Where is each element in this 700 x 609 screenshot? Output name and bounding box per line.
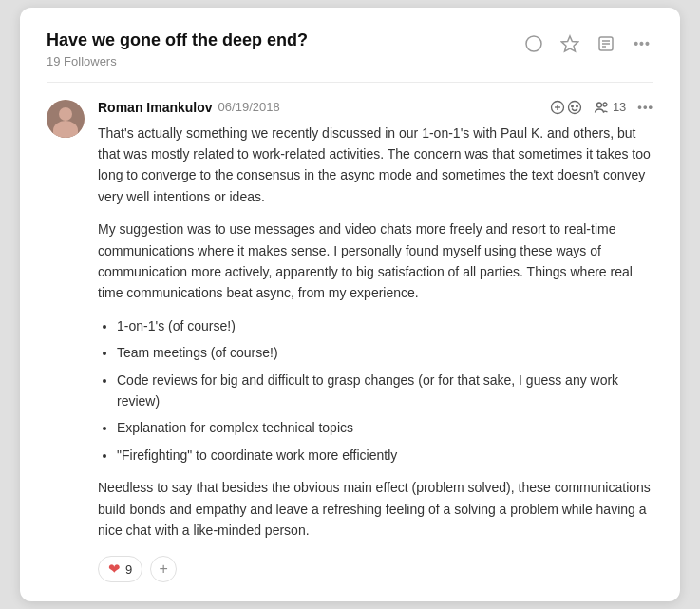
- list-item: 1-on-1's (of course!): [117, 315, 653, 336]
- paragraph-2: My suggestion was to use messages and vi…: [98, 219, 653, 304]
- add-reaction-action[interactable]: [550, 100, 582, 115]
- more-icon[interactable]: •••: [631, 32, 653, 55]
- card-actions: •••: [522, 32, 653, 55]
- post-meta-actions: 13 •••: [550, 100, 653, 115]
- heart-reaction-button[interactable]: ❤ 9: [98, 556, 142, 582]
- paragraph-1: That's actually something we recently di…: [98, 123, 653, 208]
- card-title: Have we gone off the deep end?: [47, 30, 308, 50]
- post-card: Have we gone off the deep end? 19 Follow…: [20, 8, 680, 602]
- svg-marker-1: [562, 36, 578, 51]
- author-line: Roman Imankulov 06/19/2018: [98, 100, 280, 115]
- svg-point-10: [572, 105, 574, 107]
- svg-point-0: [526, 36, 541, 51]
- card-header: Have we gone off the deep end? 19 Follow…: [47, 30, 653, 83]
- post-body: That's actually something we recently di…: [98, 123, 653, 542]
- heart-count: 9: [125, 562, 132, 577]
- post-date: 06/19/2018: [218, 100, 280, 114]
- post-wrapper: Roman Imankulov 06/19/2018: [47, 100, 653, 583]
- post-content: Roman Imankulov 06/19/2018: [98, 100, 653, 583]
- post-reactions: ❤ 9 +: [98, 556, 653, 582]
- followers-count: 19 Followers: [47, 54, 308, 68]
- avatar: [47, 100, 85, 138]
- followers-action[interactable]: 13: [594, 100, 626, 115]
- star-icon[interactable]: [558, 32, 581, 55]
- list-item: "Firefighting" to coordinate work more e…: [117, 445, 653, 466]
- post-meta: Roman Imankulov 06/19/2018: [98, 100, 653, 115]
- svg-point-13: [603, 103, 607, 106]
- heart-icon: ❤: [108, 561, 121, 578]
- author-name: Roman Imankulov: [98, 100, 213, 115]
- svg-point-12: [596, 103, 601, 107]
- svg-point-9: [568, 101, 580, 113]
- list-item: Explanation for complex technical topics: [117, 417, 653, 438]
- edit-icon[interactable]: [595, 32, 617, 55]
- plus-icon: +: [160, 561, 168, 578]
- list-item: Code reviews for big and difficult to gr…: [117, 370, 653, 412]
- post-more-action[interactable]: •••: [637, 100, 653, 114]
- card-title-section: Have we gone off the deep end? 19 Follow…: [47, 30, 308, 68]
- list-item: Team meetings (of course!): [117, 342, 653, 363]
- add-reaction-button[interactable]: +: [150, 556, 177, 582]
- closing-paragraph: Needless to say that besides the obvious…: [98, 477, 653, 541]
- follower-count: 13: [613, 100, 626, 114]
- svg-point-11: [577, 105, 578, 107]
- bullet-list: 1-on-1's (of course!) Team meetings (of …: [117, 315, 653, 466]
- circle-icon[interactable]: [522, 32, 545, 55]
